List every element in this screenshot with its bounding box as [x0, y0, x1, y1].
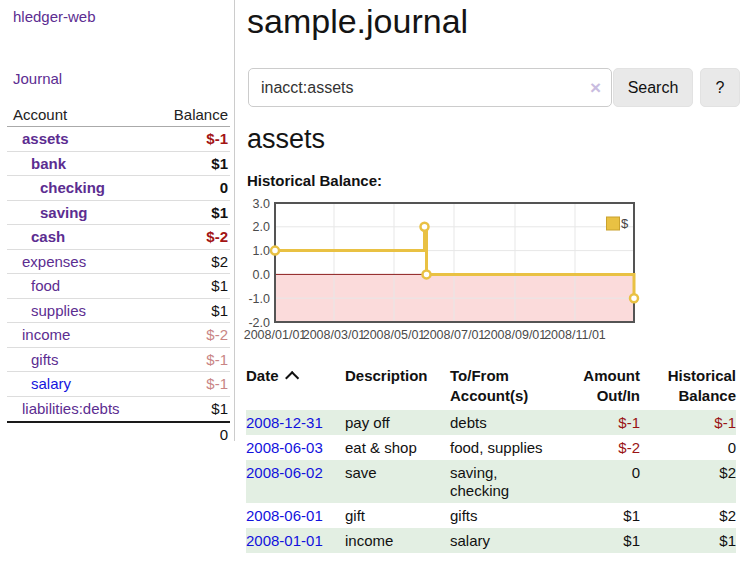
- account-balance: $-1: [206, 130, 230, 151]
- transaction-amount: $-2: [569, 439, 640, 457]
- account-link[interactable]: saving: [7, 204, 88, 225]
- accounts-total-row: 0: [7, 421, 230, 445]
- register-header-accounts[interactable]: To/From Account(s): [450, 366, 569, 406]
- register-row: 2008-06-01giftgifts$1$2: [246, 503, 736, 528]
- account-balance: 0: [220, 179, 230, 200]
- svg-text:2008/03/01: 2008/03/01: [303, 328, 366, 342]
- account-link[interactable]: expenses: [7, 253, 86, 274]
- register-row: 2008-12-31pay offdebts$-1$-1: [246, 410, 736, 435]
- accounts-header-account: Account: [13, 106, 67, 126]
- account-balance: $-1: [206, 375, 230, 396]
- register-row: 2008-06-03eat & shopfood, supplies$-20: [246, 435, 736, 460]
- account-balance: $-2: [206, 326, 230, 347]
- help-button[interactable]: ?: [700, 68, 740, 107]
- account-link[interactable]: bank: [7, 155, 66, 176]
- account-link[interactable]: checking: [7, 179, 105, 200]
- transaction-accounts: salary: [450, 532, 569, 550]
- account-balance: $1: [211, 204, 230, 225]
- transaction-date-link[interactable]: 2008-06-01: [246, 507, 323, 524]
- transaction-description: pay off: [345, 414, 450, 432]
- transaction-balance: $1: [640, 532, 736, 550]
- account-row: gifts$-1: [7, 348, 230, 373]
- chart-title: Historical Balance:: [247, 172, 382, 189]
- transaction-amount: 0: [569, 464, 640, 500]
- account-balance: $2: [211, 253, 230, 274]
- transaction-description: save: [345, 464, 450, 500]
- account-row: assets$-1: [7, 127, 230, 152]
- account-row: bank$1: [7, 152, 230, 177]
- register-row: 2008-01-01incomesalary$1$1: [246, 528, 736, 553]
- svg-text:2.0: 2.0: [253, 220, 270, 234]
- accounts-tree: Account Balance assets$-1bank$1checking0…: [7, 103, 230, 445]
- transaction-accounts: debts: [450, 414, 569, 432]
- svg-text:2008/01/01: 2008/01/01: [244, 328, 307, 342]
- account-balance: $1: [211, 400, 230, 422]
- register-header-row: Date Description To/From Account(s) Amou…: [246, 364, 736, 410]
- transaction-amount: $1: [569, 507, 640, 525]
- register-table: Date Description To/From Account(s) Amou…: [246, 364, 736, 553]
- chart-canvas[interactable]: $3.02.01.00.0-1.0-2.02008/01/012008/03/0…: [240, 196, 720, 348]
- account-row: expenses$2: [7, 250, 230, 275]
- svg-text:1.0: 1.0: [253, 244, 270, 258]
- transaction-date-link[interactable]: 2008-06-03: [246, 439, 323, 456]
- account-balance: $-1: [206, 351, 230, 372]
- account-row: salary$-1: [7, 372, 230, 397]
- account-row: income$-2: [7, 323, 230, 348]
- search-button[interactable]: Search: [613, 68, 693, 107]
- sort-ascending-icon: [285, 371, 299, 385]
- transaction-amount: $1: [569, 532, 640, 550]
- account-link[interactable]: supplies: [7, 302, 86, 323]
- account-link[interactable]: gifts: [7, 351, 59, 372]
- account-row: saving$1: [7, 201, 230, 226]
- svg-text:$: $: [621, 216, 629, 231]
- account-row: checking0: [7, 176, 230, 201]
- search-input[interactable]: [248, 68, 612, 107]
- account-row: liabilities:debts$1: [7, 397, 230, 422]
- transaction-date-link[interactable]: 2008-01-01: [246, 532, 323, 549]
- account-balance: $1: [211, 302, 230, 323]
- account-balance: $1: [211, 277, 230, 298]
- transaction-description: income: [345, 532, 450, 550]
- transaction-description: eat & shop: [345, 439, 450, 457]
- svg-text:2008/09/01: 2008/09/01: [484, 328, 547, 342]
- historical-balance-chart[interactable]: $3.02.01.00.0-1.0-2.02008/01/012008/03/0…: [240, 196, 720, 348]
- account-balance: $-2: [206, 228, 230, 249]
- accounts-header-balance: Balance: [174, 106, 228, 126]
- accounts-tree-body: assets$-1bank$1checking0saving$1cash$-2e…: [7, 127, 230, 421]
- sidebar-divider: [234, 0, 235, 441]
- transaction-amount: $-1: [569, 414, 640, 432]
- account-link[interactable]: salary: [7, 375, 71, 396]
- transaction-balance: $-1: [640, 414, 736, 432]
- account-row: supplies$1: [7, 299, 230, 324]
- account-link[interactable]: cash: [7, 228, 65, 249]
- register-header-description[interactable]: Description: [345, 366, 450, 406]
- transaction-accounts: food, supplies: [450, 439, 569, 457]
- register-header-amount[interactable]: Amount Out/In: [569, 366, 640, 406]
- transaction-balance: 0: [640, 439, 736, 457]
- app-title-link[interactable]: hledger-web: [13, 8, 96, 25]
- svg-text:3.0: 3.0: [253, 197, 270, 211]
- account-link[interactable]: assets: [7, 130, 69, 151]
- account-link[interactable]: food: [7, 277, 60, 298]
- sidebar-item-journal[interactable]: Journal: [13, 70, 62, 87]
- account-link[interactable]: income: [7, 326, 70, 347]
- transaction-description: gift: [345, 507, 450, 525]
- account-row: cash$-2: [7, 225, 230, 250]
- register-header-date[interactable]: Date: [246, 366, 345, 406]
- transaction-balance: $2: [640, 507, 736, 525]
- clear-search-icon[interactable]: ×: [590, 77, 601, 99]
- account-balance: $1: [211, 155, 230, 176]
- svg-text:2008/07/01: 2008/07/01: [423, 328, 486, 342]
- register-row: 2008-06-02savesaving, checking0$2: [246, 460, 736, 503]
- transaction-date-link[interactable]: 2008-12-31: [246, 414, 323, 431]
- account-heading: assets: [247, 124, 325, 155]
- svg-text:2008/11/01: 2008/11/01: [544, 328, 606, 342]
- transaction-accounts: saving, checking: [450, 464, 569, 500]
- account-link[interactable]: liabilities:debts: [7, 400, 120, 422]
- account-row: food$1: [7, 274, 230, 299]
- register-body: 2008-12-31pay offdebts$-1$-12008-06-03ea…: [246, 410, 736, 553]
- accounts-tree-header: Account Balance: [7, 103, 230, 127]
- register-header-balance[interactable]: Historical Balance: [640, 366, 736, 406]
- transaction-balance: $2: [640, 464, 736, 500]
- transaction-date-link[interactable]: 2008-06-02: [246, 464, 323, 481]
